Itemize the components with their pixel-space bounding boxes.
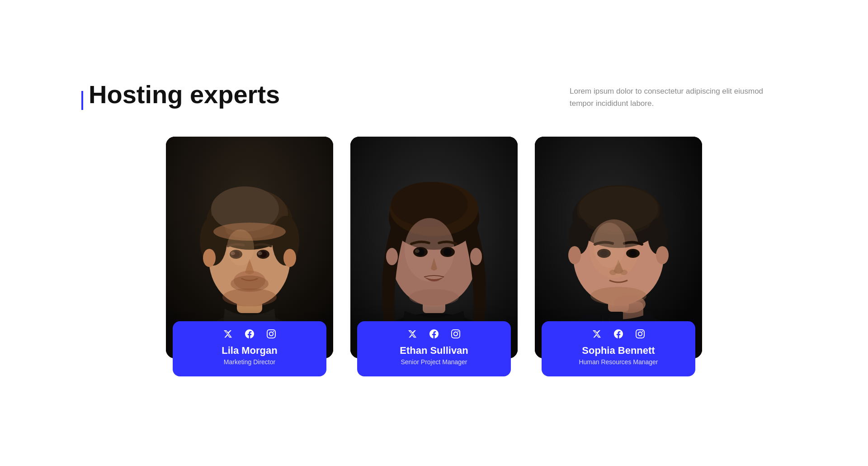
header-section: Hosting experts Lorem ipsum dolor to con… (81, 81, 787, 109)
svg-point-42 (409, 289, 459, 305)
card-overlay-ethan: Ethan Sullivan Senior Project Manager (357, 321, 511, 376)
expert-title-sophia: Human Resources Manager (551, 358, 686, 366)
page-container: Hosting experts Lorem ipsum dolor to con… (0, 0, 868, 466)
expert-card-lila: Lila Morgan Marketing Director (166, 137, 333, 358)
social-icons-lila (182, 329, 317, 338)
description-text: Lorem ipsum dolor to consectetur adipisc… (570, 81, 787, 109)
card-overlay-sophia: Sophia Bennett Human Resources Manager (542, 321, 695, 376)
svg-point-38 (443, 248, 452, 256)
facebook-icon-lila[interactable] (245, 329, 254, 338)
expert-title-lila: Marketing Director (182, 358, 317, 366)
instagram-icon-ethan[interactable] (451, 329, 460, 338)
svg-point-40 (386, 248, 398, 265)
expert-name-lila: Lila Morgan (182, 345, 317, 357)
social-icons-sophia (551, 329, 686, 338)
expert-name-ethan: Ethan Sullivan (366, 345, 502, 357)
page-title: Hosting experts (89, 81, 280, 109)
instagram-icon-lila[interactable] (267, 329, 276, 338)
svg-point-62 (568, 246, 581, 264)
svg-point-39 (415, 249, 420, 253)
svg-point-60 (609, 270, 617, 275)
svg-point-17 (258, 252, 262, 255)
twitter-icon-lila[interactable] (223, 329, 232, 338)
expert-card-ethan: Ethan Sullivan Senior Project Manager (350, 137, 518, 358)
social-icons-ethan (366, 329, 502, 338)
instagram-icon-sophia[interactable] (636, 329, 645, 338)
facebook-icon-ethan[interactable] (429, 329, 439, 338)
expert-name-sophia: Sophia Bennett (551, 345, 686, 357)
expert-title-ethan: Senior Project Manager (366, 358, 502, 366)
title-accent (81, 91, 83, 110)
svg-point-63 (656, 246, 669, 264)
cards-section: Lila Morgan Marketing Director (81, 137, 787, 385)
svg-point-41 (470, 248, 482, 265)
twitter-icon-sophia[interactable] (592, 329, 601, 338)
svg-point-59 (629, 250, 637, 257)
svg-point-20 (203, 249, 216, 267)
svg-point-22 (222, 288, 277, 306)
card-overlay-lila: Lila Morgan Marketing Director (173, 321, 326, 376)
expert-card-sophia: Sophia Bennett Human Resources Manager (535, 137, 702, 358)
twitter-icon-ethan[interactable] (408, 329, 417, 338)
svg-point-67 (594, 223, 625, 268)
title-group: Hosting experts (81, 81, 280, 109)
svg-point-23 (227, 229, 254, 266)
svg-point-61 (620, 270, 627, 275)
svg-point-21 (283, 249, 296, 267)
facebook-icon-sophia[interactable] (614, 329, 623, 338)
